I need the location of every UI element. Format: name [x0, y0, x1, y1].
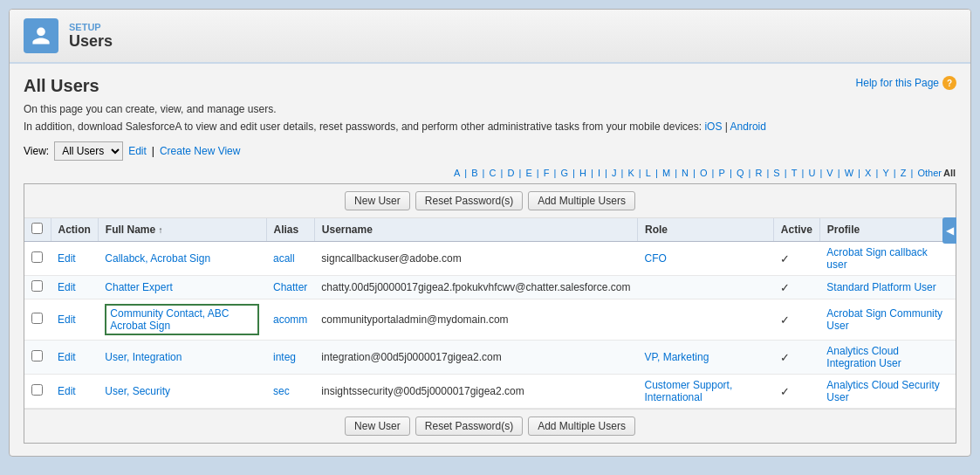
- alpha-d[interactable]: D: [506, 168, 515, 178]
- profile-link[interactable]: Standard Platform User: [826, 281, 935, 293]
- help-label: Help for this Page: [856, 77, 939, 89]
- table-box: New User Reset Password(s) Add Multiple …: [24, 183, 956, 444]
- alpha-l[interactable]: L: [645, 168, 652, 178]
- desc1: On this page you can create, view, and m…: [24, 103, 956, 115]
- fullname-link[interactable]: Chatter Expert: [105, 281, 172, 293]
- new-user-button-top[interactable]: New User: [345, 191, 410, 210]
- role-link[interactable]: VP, Marketing: [645, 351, 709, 363]
- edit-link[interactable]: Edit: [58, 313, 76, 326]
- alias-link[interactable]: Chatter: [273, 281, 307, 293]
- alpha-y[interactable]: Y: [881, 168, 889, 178]
- row-checkbox[interactable]: [31, 350, 43, 361]
- alpha-m[interactable]: M: [661, 168, 671, 178]
- help-link[interactable]: Help for this Page ?: [856, 76, 956, 90]
- page-title: All Users: [24, 76, 956, 96]
- profile-link[interactable]: Analytics Cloud Integration User: [826, 345, 901, 369]
- username-cell: integration@00d5j0000017gigea2.com: [314, 341, 637, 375]
- collapse-toggle[interactable]: ◀: [942, 217, 956, 244]
- outer-container: SETUP Users Help for this Page ? All Use…: [9, 9, 971, 457]
- active-checkmark: ✓: [780, 281, 790, 294]
- alpha-k[interactable]: K: [627, 168, 634, 178]
- edit-link[interactable]: Edit: [58, 351, 76, 363]
- help-icon: ?: [942, 76, 956, 90]
- active-checkmark: ✓: [780, 313, 790, 327]
- alpha-e[interactable]: E: [524, 168, 532, 178]
- add-multiple-users-button-top[interactable]: Add Multiple Users: [528, 191, 635, 210]
- table-row: EditCommunity Contact, ABC Acrobat Signa…: [24, 299, 956, 341]
- header-text: SETUP Users: [69, 22, 113, 51]
- edit-link[interactable]: Edit: [58, 281, 76, 293]
- username-cell: signcallbackuser@adobe.com: [314, 242, 637, 276]
- alias-link[interactable]: acomm: [273, 313, 307, 326]
- active-cell: ✓: [773, 276, 819, 299]
- alpha-n[interactable]: N: [681, 168, 689, 178]
- col-active: Active: [773, 218, 819, 242]
- role-link[interactable]: CFO: [645, 252, 667, 265]
- table-row: EditUser, Securitysecinsightssecurity@00…: [24, 375, 956, 409]
- col-alias: Alias: [266, 218, 314, 242]
- table-row: EditChatter ExpertChatterchatty.00d5j000…: [24, 276, 956, 299]
- desc2: In addition, download SalesforceA to vie…: [24, 120, 956, 133]
- alpha-b[interactable]: B: [470, 168, 478, 178]
- alpha-nav: A | B | C | D | E | F | G | H | I | J | …: [24, 168, 956, 178]
- alpha-w[interactable]: W: [844, 168, 854, 178]
- alpha-other[interactable]: Other: [916, 168, 942, 178]
- reset-passwords-button-top[interactable]: Reset Password(s): [415, 191, 523, 210]
- android-link[interactable]: Android: [730, 120, 766, 133]
- row-checkbox[interactable]: [31, 280, 43, 292]
- fullname-link[interactable]: Community Contact, ABC Acrobat Sign: [105, 304, 259, 335]
- alpha-q[interactable]: Q: [736, 168, 745, 178]
- users-icon: [24, 18, 58, 53]
- profile-link[interactable]: Acrobat Sign callback user: [826, 246, 927, 271]
- alpha-h[interactable]: H: [579, 168, 587, 178]
- row-checkbox[interactable]: [31, 251, 43, 263]
- select-all-checkbox[interactable]: [31, 223, 43, 234]
- alpha-v[interactable]: V: [826, 168, 833, 178]
- content-area: Help for this Page ? All Users On this p…: [10, 64, 970, 456]
- view-bar: View: All Users Edit | Create New View: [24, 141, 956, 161]
- alpha-s[interactable]: S: [772, 168, 780, 178]
- active-cell: ✓: [773, 299, 819, 341]
- ios-link[interactable]: iOS: [704, 120, 722, 133]
- active-checkmark: ✓: [780, 252, 790, 265]
- alpha-all[interactable]: All: [942, 168, 956, 178]
- active-checkmark: ✓: [780, 351, 790, 364]
- col-username: Username: [314, 218, 637, 242]
- alpha-p[interactable]: P: [718, 168, 726, 178]
- edit-link[interactable]: Edit: [58, 252, 76, 265]
- table-header-row: Action Full Name ↑ Alias Username Role A…: [24, 218, 956, 242]
- add-multiple-users-button-bottom[interactable]: Add Multiple Users: [528, 416, 635, 436]
- active-cell: ✓: [773, 341, 819, 375]
- header-title: Users: [69, 32, 113, 51]
- header: SETUP Users: [10, 10, 970, 64]
- fullname-link[interactable]: User, Integration: [105, 351, 182, 363]
- profile-link[interactable]: Acrobat Sign Community User: [826, 307, 942, 332]
- username-cell: chatty.00d5j0000017gigea2.fpokukvhfcwv@c…: [314, 276, 637, 299]
- fullname-link[interactable]: Callabck, Acrobat Sign: [105, 252, 210, 265]
- alpha-g[interactable]: G: [559, 168, 569, 178]
- edit-view-link[interactable]: Edit: [128, 145, 147, 157]
- profile-link[interactable]: Analytics Cloud Security User: [826, 379, 939, 403]
- fullname-link[interactable]: User, Security: [105, 385, 170, 397]
- alias-link[interactable]: sec: [273, 385, 290, 397]
- table-row: EditCallabck, Acrobat Signacallsigncallb…: [24, 242, 956, 276]
- alpha-o[interactable]: O: [699, 168, 709, 178]
- row-checkbox[interactable]: [31, 313, 43, 324]
- create-view-link[interactable]: Create New View: [160, 145, 240, 157]
- setup-label: SETUP: [69, 22, 113, 32]
- alpha-a[interactable]: A: [453, 168, 461, 178]
- alpha-c[interactable]: C: [489, 168, 497, 178]
- reset-passwords-button-bottom[interactable]: Reset Password(s): [415, 416, 523, 436]
- new-user-button-bottom[interactable]: New User: [345, 416, 410, 436]
- alias-link[interactable]: acall: [273, 252, 295, 265]
- alias-link[interactable]: integ: [273, 351, 296, 363]
- role-link[interactable]: Customer Support, International: [645, 379, 733, 403]
- row-checkbox[interactable]: [31, 384, 43, 396]
- active-cell: ✓: [773, 242, 819, 276]
- alpha-x[interactable]: X: [864, 168, 872, 178]
- view-select[interactable]: All Users: [54, 141, 123, 161]
- edit-link[interactable]: Edit: [58, 385, 76, 397]
- alpha-u[interactable]: U: [807, 168, 816, 178]
- bottom-btn-bar: New User Reset Password(s) Add Multiple …: [24, 409, 956, 443]
- alpha-r[interactable]: R: [754, 168, 763, 178]
